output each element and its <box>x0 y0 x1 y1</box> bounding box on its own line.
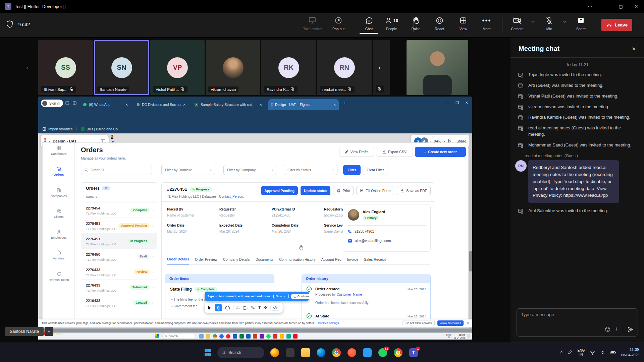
tab-communication-history[interactable]: Communication History <box>279 257 316 264</box>
browser-tab-active[interactable]: Design - UAT – Figma✕ <box>268 99 339 110</box>
edge-icon[interactable] <box>219 334 224 339</box>
sidebar-item-employees[interactable]: Employees <box>43 229 75 239</box>
shape-tool-icon[interactable]: ▢▾ <box>243 305 248 310</box>
pin-plus-button[interactable]: + <box>45 327 53 336</box>
allow-cookies-button[interactable]: Allow all cookies <box>437 320 464 326</box>
fill-online-form-button[interactable]: Fill Online Form <box>356 186 394 195</box>
order-row-selected[interactable]: 2276451TL Flex Holdings LLC In Progress … <box>81 233 157 248</box>
mic-chevron-icon[interactable] <box>562 19 567 24</box>
app-icon[interactable] <box>199 334 204 339</box>
save-as-pdf-button[interactable]: Save as PDF <box>397 186 431 195</box>
attach-plus-icon[interactable]: + <box>615 326 619 333</box>
pen-tool-icon[interactable]: ✎▾ <box>251 305 256 310</box>
chat-message-input[interactable] <box>521 312 601 317</box>
filter-button[interactable]: Filter <box>343 165 361 175</box>
browser-signin-button[interactable]: Sign in <box>41 100 63 107</box>
bookmark-item[interactable]: Bills | Billing and Co... <box>87 127 120 131</box>
chrome-profile-icon[interactable] <box>394 348 402 357</box>
camera-button[interactable]: Camera <box>505 16 529 31</box>
shared-system-tray[interactable]: ^ ENGIN 11:3808-04-2025 <box>442 334 470 339</box>
whatsapp-icon[interactable]: 81 <box>378 348 387 357</box>
order-search-box[interactable] <box>81 165 152 175</box>
tab-close-icon[interactable]: ✕ <box>333 103 336 107</box>
filter-company-select[interactable]: Filter by Company▾ <box>223 165 277 175</box>
sidebar-item-companies[interactable]: Companies <box>43 188 75 198</box>
volume-icon[interactable] <box>600 350 605 355</box>
pop-out-button[interactable]: Pop out <box>327 16 350 31</box>
approval-pending-button[interactable]: Approval Pending <box>261 186 298 195</box>
sign-up-button[interactable]: Sign up <box>273 294 289 299</box>
video-tile-spotlight[interactable] <box>407 40 468 95</box>
sort-desc-icon[interactable]: ↓ <box>96 195 97 198</box>
browser-close-icon[interactable]: ✕ <box>465 101 468 105</box>
hidden-icons-chevron[interactable]: ^ <box>560 350 562 355</box>
figma-scrollbar-track[interactable] <box>469 133 472 328</box>
minimize-icon[interactable]: — <box>598 4 613 9</box>
frame-tool-icon[interactable]: #▾ <box>236 305 240 310</box>
component-tool-icon[interactable]: ❖ <box>264 305 268 310</box>
hand-tool-icon[interactable] <box>215 304 222 311</box>
word-icon[interactable] <box>233 334 237 339</box>
order-id-input[interactable] <box>91 168 141 172</box>
app-icon[interactable] <box>286 334 291 339</box>
sidebar-item-clients[interactable]: Clients <box>43 208 75 219</box>
chat-button[interactable]: Chat <box>357 16 381 31</box>
maximize-icon[interactable]: ▢ <box>613 4 629 9</box>
print-button[interactable]: Print <box>333 186 354 195</box>
leave-button[interactable]: Leave <box>601 19 632 31</box>
wifi-icon[interactable] <box>590 350 595 355</box>
firefox-icon[interactable] <box>270 348 279 357</box>
app-icon[interactable] <box>286 348 294 357</box>
tab-account-rep[interactable]: Account Rep <box>321 257 341 264</box>
pen-icon[interactable] <box>568 350 573 355</box>
update-status-button[interactable]: Update status <box>301 186 330 195</box>
google-continue-button[interactable]: G Continue <box>291 294 312 299</box>
tab-search-icon[interactable] <box>65 101 69 105</box>
tiles-scroll-left-icon[interactable]: ‹ <box>26 64 28 71</box>
figma-scrollbar-thumb[interactable] <box>469 251 472 272</box>
view-button[interactable]: View <box>451 16 475 31</box>
whatsapp-icon[interactable] <box>266 334 271 339</box>
edge-icon[interactable] <box>317 348 325 357</box>
app-icon[interactable] <box>280 334 284 339</box>
shared-search-box[interactable]: Search <box>162 334 196 339</box>
chrome-icon[interactable] <box>213 334 217 339</box>
video-tile[interactable]: VP Vishal Patil ... <box>150 40 205 95</box>
chrome-icon[interactable] <box>332 348 341 357</box>
figma-canvas[interactable]: 2 S ▾ Design - UAT S A ▾ 94% ▾ Share <box>38 133 472 328</box>
bookmark-item[interactable]: Import favorites <box>48 127 72 131</box>
powerpoint-icon[interactable] <box>253 334 257 339</box>
contact-phone[interactable]: 2123874901 <box>355 229 374 233</box>
contact-person-link[interactable]: Contact_Person. <box>219 195 244 198</box>
file-explorer-icon[interactable] <box>301 348 310 357</box>
teams-icon[interactable]: T1 <box>409 348 418 357</box>
hidden-icons-chevron[interactable]: ^ <box>442 335 444 338</box>
order-row[interactable]: 2279454TL Flex Holdings LLC Complete › <box>81 202 157 218</box>
lasso-tool-icon[interactable]: ◯ <box>225 305 230 310</box>
browser-tab[interactable]: (6) WhatsApp✕ <box>80 99 131 110</box>
taskbar-search-box[interactable]: Search <box>217 347 264 358</box>
order-row[interactable]: 2276433TL Flex Holdings LLC Review › <box>81 264 157 279</box>
clear-filter-button[interactable]: Clear Filter <box>363 165 388 175</box>
order-row[interactable]: 2276433TL Flex Holdings LLC Submitted › <box>81 279 157 295</box>
close-chat-icon[interactable]: ✕ <box>632 46 636 52</box>
react-button[interactable]: React <box>428 16 451 31</box>
outlook-icon[interactable] <box>246 334 251 339</box>
pdf-icon[interactable] <box>293 334 298 339</box>
shared-taskbar-apps[interactable] <box>199 334 298 339</box>
browser-minimize-icon[interactable]: – <box>447 101 449 105</box>
create-new-order-button[interactable]: + Create new order <box>415 147 466 157</box>
shared-start-icon[interactable] <box>155 334 159 338</box>
filter-status-select[interactable]: Filter by Status▾ <box>284 165 337 175</box>
chat-message-list[interactable]: Today 11:21 Tejas Ingle was invited to t… <box>511 58 644 308</box>
tab-sales-receipt[interactable]: Sales Receipt <box>364 257 386 264</box>
tab-order-details[interactable]: Order Details <box>167 257 189 264</box>
cookies-settings-link[interactable]: Cookies settings <box>318 321 339 325</box>
tab-close-icon[interactable]: ✕ <box>260 103 262 107</box>
battery-icon[interactable] <box>610 351 616 354</box>
brave-icon[interactable] <box>347 348 356 357</box>
tab-invoice[interactable]: Invoice <box>347 257 358 264</box>
filter-domicile-select[interactable]: Filter by Domicile▾ <box>161 165 215 175</box>
customer-name-link[interactable]: Customer_Name <box>336 293 362 296</box>
vertical-tabs-icon[interactable] <box>72 101 77 105</box>
